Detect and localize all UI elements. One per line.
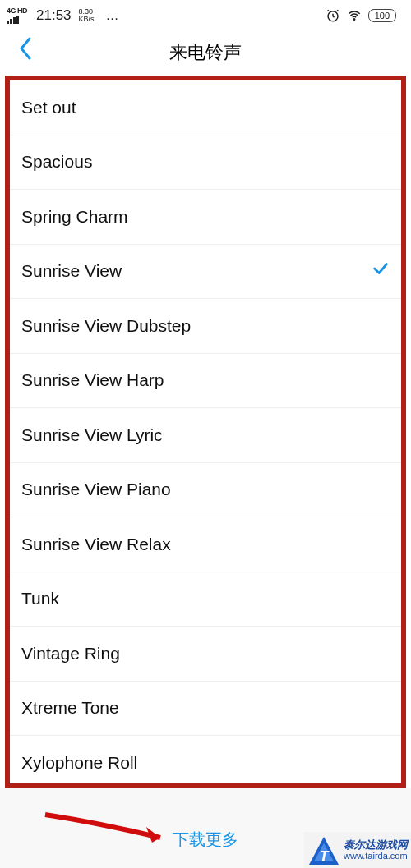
- watermark-line2: www.tairda.com: [344, 851, 408, 861]
- ringtone-item[interactable]: Spacious: [10, 135, 401, 191]
- ringtone-name: Sunrise View Piano: [21, 480, 171, 499]
- page-title: 来电铃声: [16, 40, 395, 65]
- back-button[interactable]: [18, 36, 33, 67]
- ringtone-name: Sunrise View Relax: [21, 535, 171, 554]
- ringtone-name: Set out: [21, 98, 76, 117]
- ringtone-item[interactable]: Sunrise View Dubstep: [10, 299, 401, 354]
- ringtone-name: Tunk: [21, 589, 59, 609]
- annotation-highlight-box: Set outSpaciousSpring CharmSunrise ViewS…: [5, 76, 406, 788]
- ringtone-name: Xtreme Tone: [21, 698, 119, 718]
- ringtone-item[interactable]: Sunrise View Lyric: [10, 408, 401, 463]
- ringtone-item[interactable]: Sunrise View: [10, 245, 401, 300]
- ringtone-item[interactable]: Spring Charm: [10, 190, 401, 245]
- ringtone-name: Vintage Ring: [21, 644, 120, 664]
- nav-header: 来电铃声: [0, 30, 411, 76]
- watermark-logo-icon: T: [307, 834, 340, 866]
- ringtone-item[interactable]: Sunrise View Piano: [10, 463, 401, 518]
- more-icon: …: [106, 8, 120, 23]
- ringtone-item[interactable]: Xtreme Tone: [10, 682, 401, 737]
- ringtone-item[interactable]: Sunrise View Harp: [10, 354, 401, 409]
- network-type: 4G HD: [7, 7, 27, 15]
- ringtone-item[interactable]: Set out: [10, 80, 401, 135]
- chevron-left-icon: [18, 36, 33, 61]
- ringtone-name: Sunrise View Harp: [21, 370, 164, 390]
- ringtone-list[interactable]: Set outSpaciousSpring CharmSunrise ViewS…: [10, 80, 401, 788]
- speed-unit: KB/s: [79, 16, 95, 23]
- status-right-group: 100: [326, 8, 396, 23]
- ringtone-name: Sunrise View Lyric: [21, 425, 163, 445]
- status-bar: 4G HD 21:53 8.30 KB/s … 100: [0, 0, 411, 30]
- ringtone-name: Spacious: [21, 152, 92, 172]
- ringtone-item[interactable]: Tunk: [10, 572, 401, 627]
- clock-time: 21:53: [36, 7, 72, 24]
- battery-indicator: 100: [368, 9, 396, 22]
- ringtone-name: Spring Charm: [21, 207, 128, 227]
- battery-level: 100: [375, 11, 390, 21]
- wifi-icon: [347, 8, 362, 23]
- ringtone-item[interactable]: Vintage Ring: [10, 627, 401, 682]
- watermark-text: 泰尔达游戏网 www.tairda.com: [344, 839, 408, 861]
- checkmark-icon: [372, 259, 390, 282]
- ringtone-name: Sunrise View: [21, 261, 122, 281]
- alarm-icon: [326, 8, 340, 23]
- data-speed: 8.30 KB/s: [79, 8, 95, 23]
- ringtone-item[interactable]: Xylophone Roll: [10, 736, 401, 788]
- footer-area: 下载更多 T 泰尔达游戏网 www.tairda.com: [0, 788, 411, 868]
- signal-bars-icon: [7, 16, 19, 24]
- ringtone-name: Sunrise View Dubstep: [21, 316, 191, 336]
- signal-indicator: 4G HD: [7, 7, 27, 24]
- watermark-line1: 泰尔达游戏网: [344, 839, 408, 851]
- ringtone-item[interactable]: Sunrise View Relax: [10, 517, 401, 572]
- status-left-group: 4G HD 21:53 8.30 KB/s …: [7, 7, 120, 24]
- ringtone-name: Xylophone Roll: [21, 753, 137, 773]
- svg-point-1: [353, 19, 355, 21]
- watermark: T 泰尔达游戏网 www.tairda.com: [304, 832, 411, 868]
